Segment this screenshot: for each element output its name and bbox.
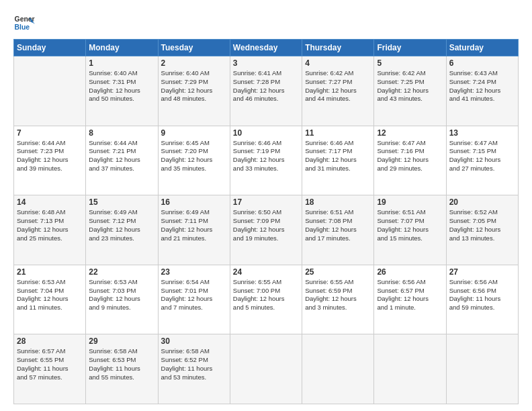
cell-info-line: Sunset: 7:31 PM: [89, 78, 154, 87]
cell-info-line: and 44 minutes.: [305, 95, 371, 103]
day-number: 30: [161, 336, 227, 346]
cell-info-line: Daylight: 12 hours: [305, 226, 371, 234]
weekday-header-friday: Friday: [374, 40, 446, 56]
day-number: 27: [449, 267, 515, 277]
cell-info-line: and 35 minutes.: [161, 165, 227, 173]
header: General Blue: [13, 12, 519, 34]
cell-info-line: Sunset: 7:09 PM: [233, 217, 299, 226]
calendar-cell: 9Sunrise: 6:45 AMSunset: 7:20 PMDaylight…: [158, 126, 230, 195]
cell-info-line: Sunset: 7:11 PM: [161, 217, 227, 226]
day-number: 4: [305, 58, 371, 68]
cell-info-line: Sunrise: 6:55 AM: [233, 278, 299, 287]
cell-info-line: and 21 minutes.: [161, 234, 227, 243]
calendar-cell: 28Sunrise: 6:57 AMSunset: 6:55 PMDayligh…: [14, 334, 86, 404]
cell-info-line: Daylight: 12 hours: [449, 156, 515, 165]
calendar-cell: [302, 334, 374, 404]
calendar-cell: 3Sunrise: 6:41 AMSunset: 7:28 PMDaylight…: [230, 56, 302, 126]
cell-info-line: Daylight: 12 hours: [161, 156, 227, 165]
cell-info-line: Sunset: 7:15 PM: [449, 147, 515, 156]
weekday-header-tuesday: Tuesday: [158, 40, 230, 56]
cell-info-line: Daylight: 12 hours: [17, 226, 83, 234]
cell-info-line: Sunset: 7:21 PM: [89, 147, 154, 156]
calendar-cell: 6Sunrise: 6:43 AMSunset: 7:24 PMDaylight…: [446, 56, 518, 126]
cell-info-line: Sunset: 7:27 PM: [305, 78, 371, 87]
cell-info-line: Sunset: 7:03 PM: [89, 287, 154, 295]
weekday-header-saturday: Saturday: [446, 40, 518, 56]
day-number: 22: [89, 267, 154, 277]
calendar-cell: 7Sunrise: 6:44 AMSunset: 7:23 PMDaylight…: [14, 126, 86, 195]
cell-info-line: Sunrise: 6:56 AM: [377, 278, 443, 287]
day-number: 6: [449, 58, 515, 68]
cell-info-line: Daylight: 12 hours: [89, 156, 154, 165]
calendar-cell: 25Sunrise: 6:55 AMSunset: 6:59 PMDayligh…: [302, 265, 374, 334]
cell-info-line: Sunrise: 6:42 AM: [305, 69, 371, 78]
calendar-week-row: 7Sunrise: 6:44 AMSunset: 7:23 PMDaylight…: [14, 126, 519, 195]
cell-info-line: Sunrise: 6:51 AM: [305, 208, 371, 217]
cell-info-line: and 19 minutes.: [233, 234, 299, 243]
cell-info-line: Sunset: 7:19 PM: [233, 147, 299, 156]
cell-info-line: and 50 minutes.: [89, 95, 154, 103]
cell-info-line: Sunrise: 6:58 AM: [89, 347, 154, 356]
cell-info-line: Sunrise: 6:53 AM: [17, 278, 83, 287]
calendar-cell: 26Sunrise: 6:56 AMSunset: 6:57 PMDayligh…: [374, 265, 446, 334]
cell-info-line: Sunset: 7:13 PM: [17, 217, 83, 226]
cell-info-line: Sunset: 7:07 PM: [377, 217, 443, 226]
cell-info-line: Daylight: 12 hours: [233, 226, 299, 234]
cell-info-line: and 5 minutes.: [233, 304, 299, 312]
svg-text:Blue: Blue: [15, 24, 30, 31]
cell-info-line: Sunrise: 6:45 AM: [161, 139, 227, 148]
calendar-cell: 22Sunrise: 6:53 AMSunset: 7:03 PMDayligh…: [86, 265, 158, 334]
day-number: 21: [17, 267, 83, 277]
cell-info-line: Daylight: 11 hours: [449, 295, 515, 304]
cell-info-line: and 46 minutes.: [233, 95, 299, 103]
page: General Blue SundayMondayTuesdayWednesda…: [0, 0, 532, 411]
cell-info-line: Sunset: 6:55 PM: [17, 356, 83, 365]
cell-info-line: Daylight: 12 hours: [89, 87, 154, 95]
cell-info-line: and 1 minute.: [377, 304, 443, 312]
cell-info-line: and 57 minutes.: [17, 373, 83, 382]
weekday-header-wednesday: Wednesday: [230, 40, 302, 56]
cell-info-line: Sunset: 7:12 PM: [89, 217, 154, 226]
cell-info-line: Sunset: 7:29 PM: [161, 78, 227, 87]
calendar-cell: [230, 334, 302, 404]
cell-info-line: and 37 minutes.: [89, 165, 154, 173]
cell-info-line: Daylight: 12 hours: [305, 295, 371, 304]
day-number: 19: [377, 197, 443, 207]
day-number: 18: [305, 197, 371, 207]
calendar-cell: 19Sunrise: 6:51 AMSunset: 7:07 PMDayligh…: [374, 195, 446, 265]
cell-info-line: and 55 minutes.: [89, 373, 154, 382]
cell-info-line: and 43 minutes.: [377, 95, 443, 103]
cell-info-line: Sunrise: 6:48 AM: [17, 208, 83, 217]
cell-info-line: Sunset: 7:01 PM: [161, 287, 227, 295]
cell-info-line: and 25 minutes.: [17, 234, 83, 243]
day-number: 2: [161, 58, 227, 68]
day-number: 28: [17, 336, 83, 346]
cell-info-line: Sunrise: 6:40 AM: [89, 69, 154, 78]
cell-info-line: Sunrise: 6:44 AM: [89, 139, 154, 148]
cell-info-line: Sunrise: 6:47 AM: [449, 139, 515, 148]
day-number: 12: [377, 128, 443, 138]
calendar-week-row: 21Sunrise: 6:53 AMSunset: 7:04 PMDayligh…: [14, 265, 519, 334]
day-number: 20: [449, 197, 515, 207]
cell-info-line: Sunset: 7:16 PM: [377, 147, 443, 156]
day-number: 7: [17, 128, 83, 138]
cell-info-line: Sunset: 7:20 PM: [161, 147, 227, 156]
cell-info-line: Sunset: 7:00 PM: [233, 287, 299, 295]
cell-info-line: Sunrise: 6:49 AM: [89, 208, 154, 217]
day-number: 10: [233, 128, 299, 138]
cell-info-line: Sunset: 6:59 PM: [305, 287, 371, 295]
calendar-cell: [14, 56, 86, 126]
cell-info-line: Daylight: 12 hours: [233, 295, 299, 304]
calendar-cell: 13Sunrise: 6:47 AMSunset: 7:15 PMDayligh…: [446, 126, 518, 195]
cell-info-line: Sunrise: 6:44 AM: [17, 139, 83, 148]
calendar-cell: 20Sunrise: 6:52 AMSunset: 7:05 PMDayligh…: [446, 195, 518, 265]
cell-info-line: Daylight: 11 hours: [161, 365, 227, 373]
day-number: 14: [17, 197, 83, 207]
calendar-week-row: 28Sunrise: 6:57 AMSunset: 6:55 PMDayligh…: [14, 334, 519, 404]
calendar-cell: 10Sunrise: 6:46 AMSunset: 7:19 PMDayligh…: [230, 126, 302, 195]
weekday-header-monday: Monday: [86, 40, 158, 56]
cell-info-line: and 31 minutes.: [305, 165, 371, 173]
cell-info-line: Daylight: 11 hours: [17, 365, 83, 373]
cell-info-line: Daylight: 12 hours: [377, 295, 443, 304]
cell-info-line: Sunrise: 6:51 AM: [377, 208, 443, 217]
